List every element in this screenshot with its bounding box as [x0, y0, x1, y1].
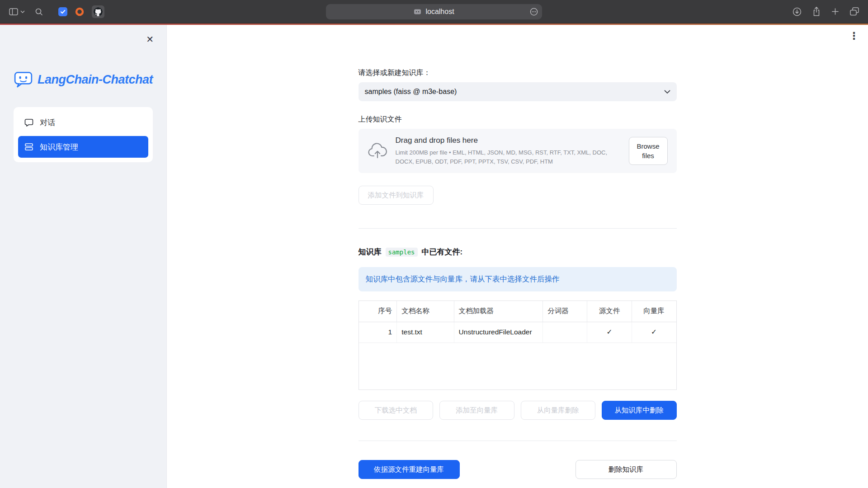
tabs-icon	[850, 7, 859, 16]
col-header-index: 序号	[359, 301, 397, 322]
sidebar-close-button[interactable]: ✕	[144, 33, 156, 46]
delete-kb-button[interactable]: 删除知识库	[576, 460, 677, 479]
cell-loader: UnstructuredFileLoader	[454, 322, 543, 343]
cell-splitter	[543, 322, 587, 343]
kb-name-code: samples	[386, 248, 418, 257]
download-selected-button[interactable]: 下载选中文档	[359, 401, 434, 420]
col-header-vector: 向量库	[632, 301, 676, 322]
chat-bubble-icon	[24, 118, 33, 127]
extension-button-blue[interactable]	[58, 7, 67, 16]
rebuild-vector-store-button[interactable]: 依据源文件重建向量库	[359, 460, 460, 479]
address-bar[interactable]: localhost	[326, 4, 542, 19]
app-window: ✕ LangChain-Chatchat 对话	[0, 25, 868, 488]
github-icon	[94, 7, 103, 16]
col-header-loader: 文档加载器	[454, 301, 543, 322]
download-icon	[793, 7, 802, 16]
chevron-down-icon	[664, 90, 670, 94]
close-icon: ✕	[146, 34, 154, 44]
kebab-icon: ⋮	[849, 30, 859, 42]
site-favicon	[414, 8, 421, 16]
sidebar-toggle-button[interactable]	[9, 8, 25, 15]
kb-select[interactable]: samples (faiss @ m3e-base)	[359, 82, 677, 101]
sidebar-menu: 对话 知识库管理	[14, 107, 153, 162]
dropzone-text: Drag and drop files here Limit 200MB per…	[396, 136, 621, 166]
address-text: localhost	[425, 8, 454, 16]
dropzone-limit: Limit 200MB per file • EML, HTML, JSON, …	[396, 148, 617, 166]
kb-files-heading: 知识库 samples 中已有文件:	[359, 247, 677, 257]
downloads-button[interactable]	[793, 7, 802, 16]
col-header-source: 源文件	[587, 301, 632, 322]
search-button[interactable]	[35, 8, 43, 16]
col-header-splitter: 分词器	[543, 301, 587, 322]
browser-toolbar: localhost	[0, 0, 868, 23]
kb-select-value: samples (faiss @ m3e-base)	[365, 88, 457, 96]
file-actions-row: 下载选中文档 添加至向量库 从向量库删除 从知识库中删除	[359, 401, 677, 420]
table-row[interactable]: 1 test.txt UnstructuredFileLoader ✓ ✓	[359, 322, 676, 343]
search-icon	[35, 8, 43, 16]
delete-from-kb-button[interactable]: 从知识库中删除	[602, 401, 677, 420]
heading-suffix: 中已有文件:	[422, 247, 463, 257]
sidebar-panel-icon	[9, 8, 18, 15]
cell-index: 1	[359, 322, 397, 343]
cloud-upload-icon	[368, 143, 387, 159]
kb-select-label: 请选择或新建知识库：	[359, 68, 677, 78]
file-dropzone[interactable]: Drag and drop files here Limit 200MB per…	[359, 129, 677, 173]
chevron-down-icon	[20, 10, 25, 13]
sidebar: ✕ LangChain-Chatchat 对话	[0, 25, 167, 488]
divider	[359, 228, 677, 229]
content-column: 请选择或新建知识库： samples (faiss @ m3e-base) 上传…	[359, 25, 677, 479]
sidebar-item-chat[interactable]: 对话	[18, 112, 148, 133]
share-button[interactable]	[812, 7, 821, 16]
cell-filename: test.txt	[397, 322, 454, 343]
kb-actions-row: 依据源文件重建向量库 删除知识库	[359, 460, 677, 479]
col-header-filename: 文档名称	[397, 301, 454, 322]
dropzone-title: Drag and drop files here	[396, 136, 617, 145]
upload-label: 上传知识文件	[359, 115, 677, 124]
remove-from-vector-store-button[interactable]: 从向量库删除	[521, 401, 596, 420]
table-header-row: 序号 文档名称 文档加载器 分词器 源文件 向量库	[359, 301, 676, 322]
browse-files-button[interactable]: Browse files	[629, 137, 668, 165]
heading-prefix: 知识库	[359, 247, 382, 257]
extension-button-github[interactable]	[92, 5, 104, 18]
chatchat-logo-icon	[14, 70, 33, 89]
divider	[359, 441, 677, 441]
plus-icon	[831, 8, 839, 15]
main-panel: ⋮ 请选择或新建知识库： samples (faiss @ m3e-base) …	[167, 25, 868, 488]
app-logo-text: LangChain-Chatchat	[38, 73, 153, 87]
cell-source-check: ✓	[587, 322, 632, 343]
extension-icon-orange	[75, 7, 84, 16]
page-settings-button[interactable]	[530, 8, 538, 16]
extension-icon-blue	[58, 7, 67, 16]
knowledge-base-icon	[24, 142, 33, 151]
circled-ellipsis-icon	[530, 8, 538, 16]
info-banner: 知识库中包含源文件与向量库，请从下表中选择文件后操作	[359, 267, 677, 291]
share-icon	[812, 7, 821, 16]
sidebar-item-kb-management[interactable]: 知识库管理	[18, 136, 148, 158]
extension-button-orange[interactable]	[75, 7, 84, 16]
sidebar-item-label: 知识库管理	[40, 142, 78, 152]
cell-vector-check: ✓	[632, 322, 676, 343]
add-files-to-kb-button[interactable]: 添加文件到知识库	[359, 186, 434, 205]
add-to-vector-store-button[interactable]: 添加至向量库	[439, 401, 514, 420]
app-logo: LangChain-Chatchat	[14, 70, 153, 89]
sidebar-item-label: 对话	[40, 117, 55, 128]
app-menu-button[interactable]: ⋮	[849, 31, 859, 41]
new-tab-button[interactable]	[831, 8, 839, 15]
tab-overview-button[interactable]	[850, 7, 859, 16]
kb-files-table: 序号 文档名称 文档加载器 分词器 源文件 向量库 1 test.txt Uns	[359, 300, 677, 390]
